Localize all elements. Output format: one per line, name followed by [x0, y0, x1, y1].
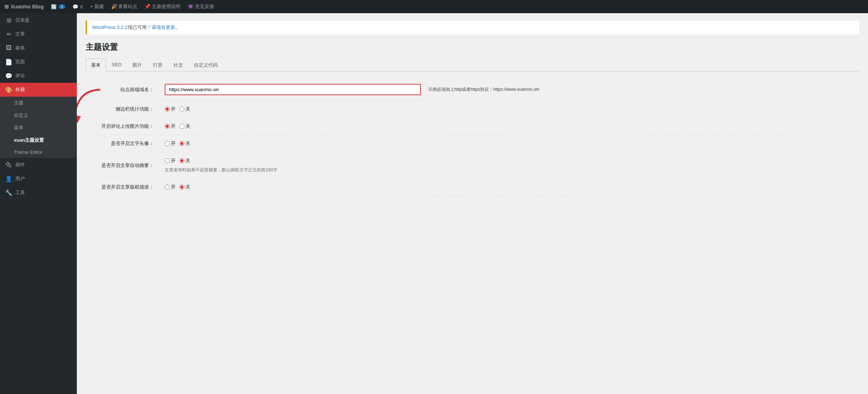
sidebar-submenu-customize[interactable]: 自定义 [0, 109, 77, 122]
appearance-icon: 🎨 [5, 86, 12, 93]
update-badge: 1 [59, 4, 65, 9]
pages-icon: 📄 [5, 58, 12, 66]
comment-upload-radio: 开 关 [165, 123, 190, 130]
users-icon: 👤 [5, 175, 12, 182]
tabs: 基本 SEO 图片 打赏 社交 自定义代码 [86, 59, 859, 71]
updates-item[interactable]: 🔄 1 [51, 4, 65, 10]
xuan-settings-label: xuan主题设置 [14, 137, 44, 143]
sidebar-submenu-xuan-settings[interactable]: xuan主题设置 [0, 134, 77, 146]
dashboard-icon: ⊞ [5, 16, 12, 24]
setting-row-sidebar-stats: 侧边栏统计功能： 开 关 [86, 101, 859, 118]
sidebar-item-posts[interactable]: ✏ 文章 [0, 27, 77, 41]
site-domain-control: 示例必须加上http或者https协议：https://www.xuanmo.x… [165, 84, 853, 95]
auto-excerpt-note: 文章发布时如果不设置摘要，默认摘取文字正文的前160字 [165, 167, 277, 173]
tab-images[interactable]: 图片 [127, 59, 147, 71]
setting-row-auto-excerpt: 是否开启文章自动摘要： 开 关 文章发布时如果不设置摘要，默认摘取文字正文的前1… [86, 152, 859, 179]
tools-label: 工具 [15, 189, 25, 196]
sidebar-item-media[interactable]: 🖼 媒体 [0, 41, 77, 55]
sidebar-stats-label: 侧边栏统计功能： [91, 106, 157, 112]
update-notice: WordPress 5.2.2现已可用！请现在更新。 [86, 21, 859, 34]
tab-social[interactable]: 社交 [168, 59, 188, 71]
new-item[interactable]: + 新建 [90, 3, 104, 10]
themes-label: 主题 [14, 100, 23, 105]
page-title: 主题设置 [86, 42, 859, 53]
setting-row-text-avatar: 是否开启文字头像： 开 关 [86, 135, 859, 152]
text-avatar-off[interactable]: 关 [179, 140, 190, 147]
theme-editor-label: Theme Editor [14, 149, 42, 155]
sidebar-stats-off[interactable]: 关 [179, 106, 190, 112]
copyright-on[interactable]: 开 [165, 184, 176, 190]
sidebar-item-plugins[interactable]: 🔌 插件 [0, 158, 77, 172]
comments-label: 评论 [15, 73, 25, 79]
comment-upload-off-radio[interactable] [179, 124, 184, 129]
sidebar-stats-radio: 开 关 [165, 106, 190, 112]
comment-upload-on[interactable]: 开 [165, 123, 176, 130]
pages-label: 页面 [15, 59, 25, 65]
auto-excerpt-on-radio[interactable] [165, 158, 170, 163]
text-avatar-on[interactable]: 开 [165, 140, 176, 147]
comment-upload-control: 开 关 [165, 123, 853, 130]
sidebar-stats-on-radio[interactable] [165, 107, 170, 112]
site-domain-hint: 示例必须加上http或者https协议：https://www.xuanmo.x… [428, 86, 539, 93]
sidebar-submenu-themes[interactable]: 主题 [0, 97, 77, 109]
auto-excerpt-on[interactable]: 开 [165, 157, 176, 164]
auto-excerpt-label: 是否开启文章自动摘要： [91, 162, 157, 169]
topbar: ⊞ Xuanmo Blog 🔄 1 💬 0 + 新建 🎉 查看站点 📌 主题使用… [0, 0, 868, 13]
comment-count: 0 [80, 4, 83, 10]
tab-reward[interactable]: 打赏 [147, 59, 168, 71]
sidebar-item-tools[interactable]: 🔧 工具 [0, 186, 77, 200]
text-avatar-control: 开 关 [165, 140, 853, 147]
setting-row-site-domain: 站点前端域名： 示例必须加上http或者https协议：https://www.… [86, 79, 859, 101]
auto-excerpt-radio: 开 关 [165, 157, 190, 164]
update-now-link[interactable]: 请现在更新 [151, 25, 175, 30]
comment-upload-label: 开启评论上传图片功能： [91, 123, 157, 130]
plugins-icon: 🔌 [5, 161, 12, 168]
copyright-label: 是否开启文章版权描述： [91, 184, 157, 190]
wp-icon: ⊞ [4, 4, 9, 10]
sidebar-item-appearance[interactable]: 🎨 外观 [0, 83, 77, 97]
site-name: Xuanmo Blog [11, 4, 44, 10]
site-domain-label: 站点前端域名： [91, 86, 157, 93]
tab-custom-code[interactable]: 自定义代码 [188, 59, 223, 71]
dashboard-label: 仪表盘 [15, 17, 30, 23]
copyright-off-radio[interactable] [179, 185, 184, 190]
wp-version-link[interactable]: WordPress 5.2.2 [92, 25, 128, 30]
sidebar-item-comments[interactable]: 💬 评论 [0, 69, 77, 83]
sidebar-submenu-menus[interactable]: 菜单 [0, 122, 77, 134]
auto-excerpt-off-radio[interactable] [179, 158, 184, 163]
notice-text-middle: 现已可用！ [128, 25, 151, 30]
copyright-control: 开 关 [165, 184, 853, 190]
text-avatar-on-radio[interactable] [165, 141, 170, 146]
text-avatar-label: 是否开启文字头像： [91, 140, 157, 147]
comment-upload-off[interactable]: 关 [179, 123, 190, 130]
main-content: WordPress 5.2.2现已可用！请现在更新。 主题设置 基本 SEO 图… [77, 13, 868, 394]
theme-docs-item[interactable]: 📌 主题使用说明 [145, 3, 180, 10]
sidebar-item-users[interactable]: 👤 用户 [0, 172, 77, 186]
text-avatar-off-radio[interactable] [179, 141, 184, 146]
users-label: 用户 [15, 175, 25, 182]
refresh-icon: 🔄 [51, 4, 57, 10]
auto-excerpt-off[interactable]: 关 [179, 157, 190, 164]
theme-docs-label: 📌 主题使用说明 [145, 3, 180, 10]
sidebar-stats-on[interactable]: 开 [165, 106, 176, 112]
comments-item[interactable]: 💬 0 [72, 4, 83, 10]
site-domain-input[interactable] [165, 84, 421, 95]
sidebar-submenu-theme-editor[interactable]: Theme Editor [0, 146, 77, 158]
comment-upload-on-radio[interactable] [165, 124, 170, 129]
copyright-off[interactable]: 关 [179, 184, 190, 190]
menus-label: 菜单 [14, 125, 23, 130]
copyright-on-radio[interactable] [165, 185, 170, 190]
view-site-item[interactable]: 🎉 查看站点 [111, 3, 138, 10]
plugins-label: 插件 [15, 161, 25, 168]
sidebar-stats-control: 开 关 [165, 106, 853, 112]
appearance-label: 外观 [15, 86, 25, 93]
customize-label: 自定义 [14, 112, 28, 118]
site-logo[interactable]: ⊞ Xuanmo Blog [4, 4, 44, 10]
tab-basic[interactable]: 基本 [86, 59, 106, 71]
sidebar-item-dashboard[interactable]: ⊞ 仪表盘 [0, 13, 77, 27]
sidebar-stats-off-radio[interactable] [179, 107, 184, 112]
feedback-item[interactable]: 👾 意见反馈 [188, 3, 214, 10]
tab-seo[interactable]: SEO [106, 59, 127, 71]
posts-label: 文章 [15, 31, 25, 37]
sidebar-item-pages[interactable]: 📄 页面 [0, 55, 77, 69]
